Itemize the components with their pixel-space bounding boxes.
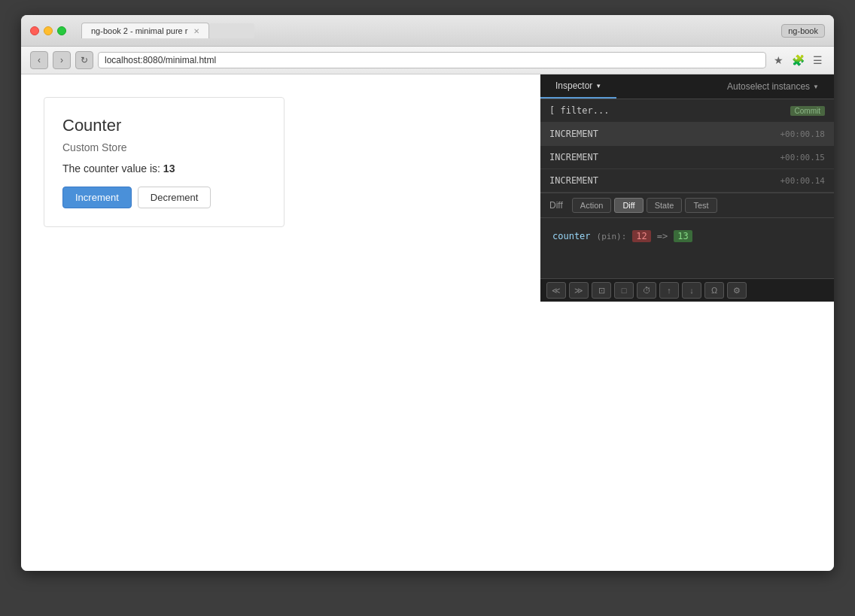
bookmark-icon[interactable]: ★: [771, 53, 786, 68]
bottom-btn-4[interactable]: □: [614, 282, 634, 299]
action-tab[interactable]: Action: [572, 198, 612, 213]
action-list: [ filter... Commit INCREMENT +00:00.18 I…: [540, 99, 834, 193]
devtools-panel: Inspector ▼ Autoselect instances ▼ [ fil…: [540, 74, 834, 302]
autoselect-arrow: ▼: [813, 83, 819, 90]
toolbar-actions: ★ 🧩 ☰: [771, 53, 825, 68]
action-name: INCREMENT: [549, 152, 598, 162]
diff-pin: (pin):: [597, 232, 627, 241]
title-bar: ng-book 2 - minimal pure r ✕ ng-book: [21, 15, 834, 47]
inspector-tab[interactable]: Inspector ▼: [540, 74, 616, 99]
detail-panel: Diff Action Diff State Test counter (pin…: [540, 193, 834, 278]
bottom-btn-3[interactable]: ⊡: [592, 282, 611, 299]
tab-title: ng-book 2 - minimal pure r: [91, 26, 187, 35]
bottom-btn-2[interactable]: ≫: [569, 282, 589, 299]
action-item[interactable]: INCREMENT +00:00.15: [540, 146, 834, 169]
diff-tab[interactable]: Diff: [614, 198, 643, 213]
reload-button[interactable]: ↻: [75, 51, 93, 69]
minimize-button[interactable]: [44, 26, 53, 35]
bottom-btn-8[interactable]: Ω: [704, 282, 724, 299]
browser-window: ng-book 2 - minimal pure r ✕ ng-book ‹ ›…: [21, 15, 834, 571]
devtools-header: Inspector ▼ Autoselect instances ▼: [540, 74, 834, 99]
browser-toolbar: ‹ › ↻ localhost:8080/minimal.html ★ 🧩 ☰: [21, 47, 834, 74]
detail-label: Diff: [549, 200, 563, 211]
diff-key: counter: [552, 231, 591, 241]
autoselect-tab[interactable]: Autoselect instances ▼: [712, 75, 834, 98]
diff-old-value: 12: [632, 230, 650, 242]
traffic-lights: [30, 26, 66, 35]
counter-store: Custom Store: [62, 141, 266, 153]
action-item[interactable]: [ filter... Commit: [540, 99, 834, 123]
action-time: +00:00.14: [780, 176, 825, 186]
detail-content: counter (pin): 12 => 13: [540, 218, 834, 278]
bottom-btn-5[interactable]: ⏱: [637, 282, 656, 299]
new-tab-button[interactable]: [209, 23, 254, 38]
inspector-arrow: ▼: [595, 83, 601, 90]
diff-line: counter (pin): 12 => 13: [552, 230, 822, 242]
diff-new-value: 13: [674, 230, 692, 242]
counter-value-prefix: The counter value is:: [62, 162, 163, 174]
back-button[interactable]: ‹: [30, 51, 48, 69]
maximize-button[interactable]: [57, 26, 66, 35]
commit-badge[interactable]: Commit: [790, 106, 825, 116]
address-bar[interactable]: localhost:8080/minimal.html: [98, 52, 766, 68]
tab-close-icon[interactable]: ✕: [193, 27, 199, 35]
devtools-bottom-toolbar: ≪ ≫ ⊡ □ ⏱ ↑ ↓ Ω ⚙: [540, 278, 834, 302]
url-text: localhost:8080/minimal.html: [105, 55, 216, 65]
decrement-button[interactable]: Decrement: [138, 187, 211, 208]
forward-button[interactable]: ›: [53, 51, 71, 69]
extension-icon[interactable]: 🧩: [790, 53, 805, 68]
button-group: Increment Decrement: [62, 187, 266, 208]
bottom-btn-7[interactable]: ↓: [682, 282, 701, 299]
action-name: [ filter...: [549, 105, 609, 116]
action-item[interactable]: INCREMENT +00:00.14: [540, 169, 834, 193]
menu-icon[interactable]: ☰: [810, 53, 825, 68]
autoselect-label: Autoselect instances: [727, 81, 810, 92]
counter-value-number: 13: [163, 162, 175, 174]
bottom-btn-1[interactable]: ≪: [546, 282, 566, 299]
bottom-btn-6[interactable]: ↑: [659, 282, 679, 299]
browser-tab[interactable]: ng-book 2 - minimal pure r ✕: [81, 23, 209, 38]
state-tab[interactable]: State: [647, 198, 683, 213]
extensions-button[interactable]: ng-book: [781, 24, 825, 38]
counter-title: Counter: [62, 116, 266, 135]
tab-bar: ng-book 2 - minimal pure r ✕: [81, 23, 775, 38]
diff-arrow: =>: [657, 231, 668, 241]
action-time: +00:00.18: [780, 129, 825, 139]
action-name: INCREMENT: [549, 129, 598, 139]
close-button[interactable]: [30, 26, 39, 35]
action-time: +00:00.15: [780, 153, 825, 162]
page-content: Counter Custom Store The counter value i…: [21, 74, 834, 571]
test-tab[interactable]: Test: [685, 198, 717, 213]
detail-tabs: Diff Action Diff State Test: [540, 193, 834, 218]
counter-card: Counter Custom Store The counter value i…: [44, 97, 284, 227]
increment-button[interactable]: Increment: [62, 187, 132, 208]
action-name: INCREMENT: [549, 175, 598, 186]
inspector-label: Inspector: [555, 80, 592, 91]
counter-value-text: The counter value is: 13: [62, 162, 266, 174]
bottom-btn-9[interactable]: ⚙: [727, 282, 747, 299]
action-item[interactable]: INCREMENT +00:00.18: [540, 123, 834, 146]
